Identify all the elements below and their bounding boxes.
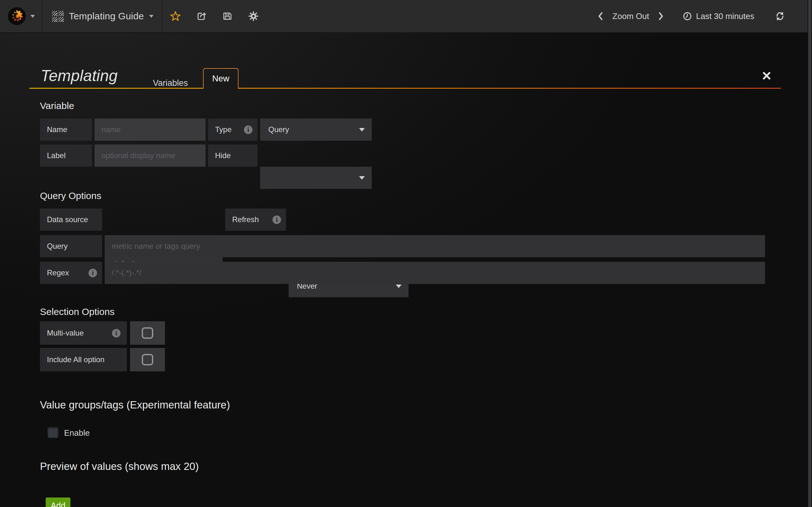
- label-label-text: Label: [47, 151, 66, 160]
- info-icon[interactable]: i: [272, 216, 281, 224]
- selection-options-heading: Selection Options: [40, 306, 114, 318]
- chevron-down-icon: [396, 285, 402, 288]
- datasource-label: Data source: [40, 209, 102, 231]
- hide-select[interactable]: [260, 167, 372, 189]
- name-label: Name: [40, 118, 92, 141]
- save-icon: [222, 11, 233, 21]
- chevron-down-icon: [359, 128, 365, 131]
- chevron-down-icon: [359, 176, 365, 180]
- info-icon[interactable]: i: [89, 269, 97, 277]
- refresh-icon: [775, 11, 785, 21]
- preview-heading: Preview of values (shows max 20): [40, 460, 199, 473]
- hide-label-text: Hide: [215, 151, 231, 160]
- regex-label: Regex i: [40, 262, 102, 284]
- enable-checkbox[interactable]: [48, 427, 58, 438]
- checkbox-icon: [142, 354, 153, 365]
- time-range-label: Last 30 minutes: [696, 11, 754, 21]
- navbar: Templating Guide: [0, 0, 812, 33]
- time-range-button[interactable]: Last 30 minutes: [678, 0, 759, 33]
- refresh-button[interactable]: [767, 0, 793, 33]
- info-icon[interactable]: i: [112, 329, 120, 337]
- dashboard-grid-icon: [52, 11, 64, 22]
- tab-new-label: New: [212, 74, 229, 83]
- gear-icon: [248, 11, 259, 21]
- grafana-logo-icon: [8, 7, 26, 25]
- tab-new[interactable]: New: [203, 68, 239, 89]
- star-icon: [170, 11, 181, 21]
- type-label-text: Type: [215, 125, 232, 134]
- name-label-text: Name: [47, 125, 67, 134]
- regex-input[interactable]: [105, 262, 765, 284]
- dashboard-title: Templating Guide: [69, 11, 144, 21]
- multi-value-label: Multi-value i: [40, 321, 127, 345]
- org-menu-button[interactable]: [0, 0, 42, 33]
- grafana-app: Templating Guide: [0, 0, 812, 507]
- add-button[interactable]: Add: [46, 498, 70, 507]
- tab-underline: [30, 88, 203, 89]
- dashboard-picker-button[interactable]: Templating Guide: [43, 0, 162, 33]
- name-input[interactable]: [95, 118, 206, 141]
- scrollbar-thumb[interactable]: [808, 0, 811, 507]
- tab-underline: [239, 88, 781, 89]
- chevron-left-icon: [598, 12, 603, 20]
- star-button[interactable]: [162, 0, 189, 33]
- include-all-checkbox[interactable]: [130, 348, 165, 372]
- query-input[interactable]: [105, 235, 765, 257]
- multi-value-checkbox[interactable]: [130, 321, 165, 345]
- zoom-out-button[interactable]: Zoom Out: [608, 0, 654, 33]
- refresh-label-text: Refresh: [232, 215, 259, 224]
- datasource-label-text: Data source: [47, 215, 88, 224]
- include-all-label: Include All option: [40, 348, 127, 372]
- share-button[interactable]: [189, 0, 214, 33]
- query-options-heading: Query Options: [40, 190, 101, 202]
- refresh-label: Refresh i: [225, 209, 286, 231]
- value-groups-heading: Value groups/tags (Experimental feature): [40, 399, 230, 411]
- time-shift-back-button[interactable]: [593, 0, 608, 33]
- scrollbar-track[interactable]: [808, 0, 812, 507]
- clock-icon: [682, 11, 692, 21]
- hide-label: Hide: [208, 145, 258, 167]
- info-icon[interactable]: i: [244, 125, 252, 134]
- checkbox-icon: [142, 327, 153, 339]
- close-icon[interactable]: [762, 71, 771, 80]
- chevron-down-icon: [149, 15, 154, 18]
- page-title: Templating: [41, 65, 118, 86]
- type-select-value: Query: [268, 125, 289, 134]
- multi-value-label-text: Multi-value: [47, 329, 84, 337]
- time-shift-forward-button[interactable]: [653, 0, 669, 33]
- label-input[interactable]: [95, 145, 206, 167]
- label-label: Label: [40, 145, 92, 167]
- query-label-text: Query: [47, 242, 67, 250]
- enable-label: Enable: [64, 428, 90, 438]
- type-label: Type i: [208, 118, 258, 141]
- variable-heading: Variable: [40, 100, 74, 112]
- chevron-right-icon: [658, 12, 664, 20]
- regex-label-text: Regex: [47, 268, 69, 277]
- query-label: Query: [40, 235, 102, 257]
- save-button[interactable]: [214, 0, 241, 33]
- share-icon: [196, 11, 207, 21]
- type-select[interactable]: Query: [260, 118, 372, 141]
- navbar-timepicker-group: Zoom Out Last 30 minutes: [593, 0, 812, 33]
- chevron-down-icon: [31, 15, 35, 18]
- settings-button[interactable]: [241, 0, 266, 33]
- include-all-label-text: Include All option: [47, 355, 104, 364]
